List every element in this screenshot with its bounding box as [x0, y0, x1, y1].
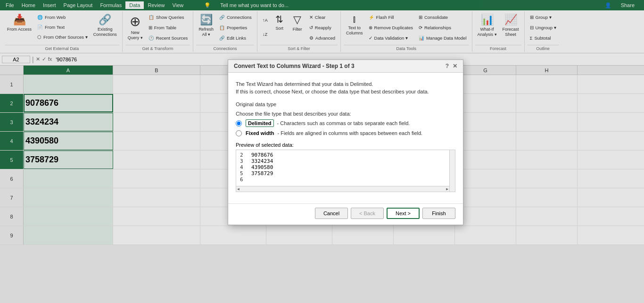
delimited-option: Delimited - Characters such as commas or… [236, 120, 455, 126]
dialog-buttons: Cancel < Back Next > Finish [228, 203, 463, 225]
preview-section: Preview of selected data: 29078676 33324… [236, 142, 455, 192]
preview-row-2: 33324234 [240, 158, 451, 164]
scroll-right-icon[interactable]: ▶ [445, 187, 449, 191]
dialog-info-line2: If this is correct, choose Next, or choo… [236, 88, 455, 96]
cancel-button[interactable]: Cancel [315, 208, 348, 219]
fixed-width-label[interactable]: Fixed width - Fields are aligned in colu… [246, 130, 422, 136]
fixed-width-radio[interactable] [236, 130, 242, 136]
preview-scrollbar-vertical[interactable] [449, 150, 455, 192]
fixed-width-option: Fixed width - Fields are aligned in colu… [236, 130, 455, 136]
preview-scrollbar-horizontal[interactable]: ◀ ▶ [236, 186, 449, 192]
section-label: Original data type [236, 101, 455, 107]
dialog-help-icon[interactable]: ? [446, 63, 449, 69]
dialog-info-line1: The Text Wizard has determined that your… [236, 80, 455, 88]
scroll-left-icon[interactable]: ◀ [236, 187, 240, 191]
dialog-close-icon[interactable]: ✕ [453, 63, 457, 69]
back-button[interactable]: < Back [351, 208, 384, 219]
preview-row-1: 29078676 [240, 152, 451, 158]
dialog-info: The Text Wizard has determined that your… [236, 80, 455, 96]
data-type-radio-group: Delimited - Characters such as commas or… [236, 120, 455, 136]
finish-button[interactable]: Finish [422, 208, 455, 219]
preview-content: 29078676 33324234 44390580 53758729 6 [236, 150, 455, 185]
dialog-title-bar: Convert Text to Columns Wizard - Step 1 … [228, 60, 463, 73]
preview-row-4: 53758729 [240, 170, 451, 177]
choose-label: Choose the file type that best describes… [236, 111, 455, 117]
preview-box[interactable]: 29078676 33324234 44390580 53758729 6 [236, 150, 455, 192]
delimited-radio[interactable] [236, 120, 242, 126]
preview-row-5: 6 [240, 177, 451, 183]
dialog-overlay: Convert Text to Columns Wizard - Step 1 … [0, 0, 644, 245]
preview-row-3: 44390580 [240, 164, 451, 170]
next-button[interactable]: Next > [387, 208, 420, 219]
delimited-label[interactable]: Delimited - Characters such as commas or… [246, 120, 410, 126]
convert-text-dialog: Convert Text to Columns Wizard - Step 1 … [228, 59, 463, 225]
original-data-type-section: Original data type Choose the file type … [236, 101, 455, 136]
dialog-title-text: Convert Text to Columns Wizard - Step 1 … [234, 63, 355, 69]
preview-label: Preview of selected data: [236, 142, 455, 148]
